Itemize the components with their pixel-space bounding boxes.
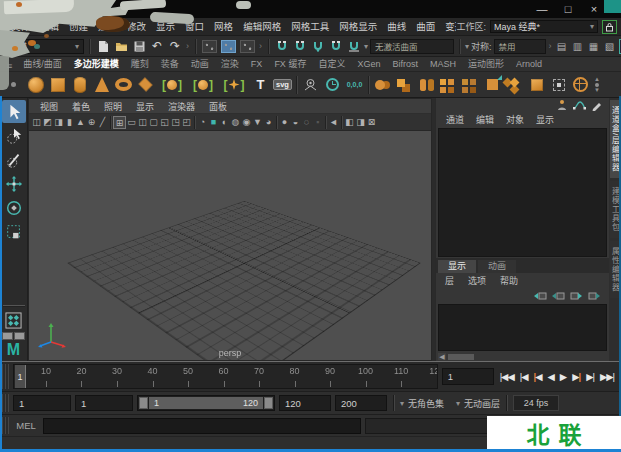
layer-editor-tab[interactable]: 显示 <box>438 260 476 273</box>
smooth-cube-icon[interactable] <box>526 74 547 96</box>
menubar-item[interactable]: 网格显示 <box>334 18 382 35</box>
layer-list[interactable] <box>438 304 607 351</box>
time-icon[interactable] <box>322 74 343 96</box>
isolate-select-icon[interactable]: ◄ <box>328 116 339 129</box>
fps-button[interactable]: 24 fps <box>513 395 559 411</box>
four-view-layout-button[interactable] <box>2 310 26 330</box>
curve-edit-icon[interactable] <box>573 99 586 111</box>
channel-box-list[interactable] <box>438 128 607 257</box>
go-to-end-button[interactable]: ▶▶| <box>598 371 616 382</box>
redo-icon[interactable]: ↷ <box>167 38 183 54</box>
rotate-tool[interactable] <box>2 196 26 219</box>
shelf-scroll-arrows[interactable]: ▲▼ <box>594 77 600 93</box>
view-transform-icon[interactable]: ◌ <box>301 116 312 129</box>
channel-box-menu-item[interactable]: 对象 <box>500 113 530 126</box>
scroll-thumb[interactable] <box>448 354 474 360</box>
shelf-tab[interactable]: 曲线/曲面 <box>17 57 68 71</box>
step-back-frame-button[interactable]: |◀ <box>518 371 530 382</box>
svg-tool-icon[interactable]: svg <box>272 74 293 96</box>
new-anim-layer-selected-icon[interactable] <box>587 291 601 301</box>
layer-editor-menu-item[interactable]: 层 <box>438 274 461 287</box>
shelf-tab[interactable]: 运动图形 <box>462 57 510 71</box>
grid-toggle-icon[interactable]: ⊞ <box>113 116 126 129</box>
layer-editor-menu-item[interactable]: 帮助 <box>493 274 525 287</box>
super-ellipse-icon[interactable]: [] <box>188 74 218 96</box>
shelf-tab[interactable]: 多边形建模 <box>68 57 125 71</box>
motion-blur-icon[interactable]: ◕ <box>263 116 274 129</box>
scroll-left-icon[interactable]: ◀ <box>438 353 446 360</box>
separator[interactable] <box>110 116 111 129</box>
play-backwards-button[interactable]: ◀ <box>546 371 556 382</box>
super-star-icon[interactable]: [] <box>219 74 249 96</box>
exposure-icon[interactable]: ● <box>279 116 290 129</box>
snap-point-icon[interactable] <box>310 38 326 54</box>
symmetry-field[interactable]: 禁用 <box>494 39 546 54</box>
platonic-sphere-icon[interactable]: [] <box>157 74 187 96</box>
select-tool[interactable] <box>2 100 26 123</box>
panel-menu-item[interactable]: 渲染器 <box>161 100 202 113</box>
multi-cut-icon[interactable] <box>460 74 481 96</box>
layout-thumb-icon[interactable] <box>2 332 13 340</box>
poly-cylinder-icon[interactable] <box>69 74 90 96</box>
poly-sphere-icon[interactable] <box>25 74 46 96</box>
boolean-union-icon[interactable] <box>372 74 393 96</box>
command-language-label[interactable]: MEL <box>13 420 39 431</box>
select-component-icon[interactable] <box>240 40 255 53</box>
snap-grid-icon[interactable] <box>274 38 290 54</box>
menubar-item[interactable]: 网格 <box>209 18 238 35</box>
shadows-icon[interactable]: ◉ <box>241 116 252 129</box>
save-scene-icon[interactable] <box>131 38 147 54</box>
time-ruler[interactable]: 1 102030405060708090100110120 <box>13 364 438 389</box>
shelf-tab[interactable]: FX 缓存 <box>268 57 312 71</box>
field-chart-icon[interactable]: ◱ <box>159 116 170 129</box>
tool-settings-toggle[interactable]: ▦ <box>587 41 601 52</box>
film-gate-icon[interactable]: ▭ <box>126 116 137 129</box>
two-d-pan-zoom-icon[interactable]: ⊕ <box>86 116 97 129</box>
combine-icon[interactable] <box>394 74 415 96</box>
modeling-toolkit-toggle[interactable]: ▤ <box>555 41 569 52</box>
chevron-down-icon[interactable]: ▾ <box>364 42 368 51</box>
perspective-view[interactable]: persp <box>29 131 431 360</box>
shelf-tab[interactable]: Bifrost <box>386 57 424 71</box>
resolution-gate-icon[interactable]: ◫ <box>137 116 148 129</box>
poly-text-icon[interactable]: T <box>250 74 271 96</box>
shelf-tab[interactable]: 动画 <box>185 57 215 71</box>
select-object-icon[interactable] <box>221 40 236 53</box>
playback-start-field[interactable]: 1 <box>75 395 133 411</box>
menu-set-select[interactable]: 建模 ▾ <box>4 39 84 54</box>
shelf-tab[interactable]: 渲染 <box>215 57 245 71</box>
separator[interactable] <box>276 116 277 129</box>
grease-pencil-icon[interactable]: ╱ <box>97 116 108 129</box>
shelf-tab[interactable]: MASH <box>424 57 462 71</box>
smooth-mesh-icon[interactable] <box>570 74 591 96</box>
shelf-tab[interactable]: XGen <box>351 57 386 71</box>
menubar-item[interactable]: 编辑 <box>35 18 64 35</box>
poly-plane-icon[interactable] <box>135 74 156 96</box>
pencil-icon[interactable] <box>591 99 603 111</box>
minimize-button[interactable]: — <box>535 4 549 15</box>
poly-cube-icon[interactable] <box>47 74 68 96</box>
current-frame-field[interactable]: 1 <box>442 368 494 385</box>
step-forward-key-button[interactable]: ▶| <box>570 371 582 382</box>
bookmark-icon[interactable]: ▮ <box>64 116 75 129</box>
channel-box-menu-item[interactable]: 编辑 <box>470 113 500 126</box>
step-back-key-button[interactable]: |◀ <box>532 371 544 382</box>
bevel-icon[interactable] <box>504 74 525 96</box>
ambient-occlusion-icon[interactable]: ▼ <box>252 116 263 129</box>
layout-thumb-icon[interactable] <box>14 332 25 340</box>
layout-thumbnails[interactable] <box>2 332 25 340</box>
undo-icon[interactable]: ↶ <box>149 38 165 54</box>
step-forward-frame-button[interactable]: ▶| <box>584 371 596 382</box>
group-expand-icon[interactable]: › <box>549 41 552 51</box>
make-live-icon[interactable] <box>548 74 569 96</box>
close-button[interactable]: × <box>587 4 601 15</box>
command-input[interactable] <box>43 418 361 434</box>
shaded-mode-icon[interactable]: ■ <box>208 116 219 129</box>
shelf-options-icon[interactable] <box>3 74 24 96</box>
move-to-origin-icon[interactable]: 0,0,0 <box>344 74 365 96</box>
chevron-down-icon[interactable]: ▾ <box>456 399 460 408</box>
paint-select-tool[interactable] <box>2 148 26 171</box>
safe-title-icon[interactable]: ◰ <box>181 116 192 129</box>
close-panel-icon[interactable]: ⊠ <box>366 116 377 129</box>
menubar-item[interactable]: 创建 <box>64 18 93 35</box>
